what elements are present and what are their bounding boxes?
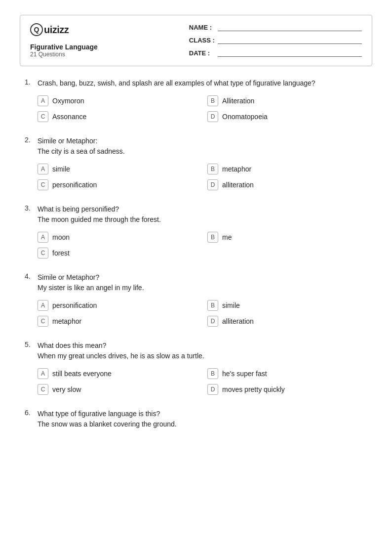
name-label: NAME : (189, 24, 215, 31)
question-1-number: 1. (25, 78, 34, 86)
option-letter-a: A (38, 232, 48, 243)
question-2: 2.Simile or Metaphor:The city is a sea o… (25, 136, 367, 190)
option-letter-c: C (38, 384, 48, 395)
question-2-number: 2. (25, 136, 34, 144)
question-4-header: 4.Simile or Metaphor?My sister is like a… (25, 272, 367, 293)
option-text-2-d: alliteration (222, 181, 254, 189)
question-5-options: Astill beats everyoneBhe's super fastCve… (38, 368, 367, 395)
option-text-4-d: alliteration (222, 317, 254, 325)
question-6: 6.What type of figurative language is th… (25, 409, 367, 429)
logo: Q uizizz (30, 23, 174, 36)
question-1: 1.Crash, bang, buzz, swish, and splash a… (25, 78, 367, 122)
quiz-subtitle: 21 Questions (30, 51, 174, 58)
question-2-header: 2.Simile or Metaphor:The city is a sea o… (25, 136, 367, 157)
page: Q uizizz Figurative Language 21 Question… (0, 0, 392, 555)
option-text-5-c: very slow (52, 385, 81, 393)
option-text-4-c: metaphor (52, 317, 81, 325)
question-4: 4.Simile or Metaphor?My sister is like a… (25, 272, 367, 327)
option-text-2-a: simile (52, 165, 70, 173)
question-1-option-c[interactable]: CAssonance (38, 111, 197, 122)
question-3-number: 3. (25, 204, 34, 212)
date-label: DATE : (189, 49, 215, 57)
option-text-5-d: moves pretty quickly (222, 385, 285, 393)
question-6-header: 6.What type of figurative language is th… (25, 409, 367, 429)
name-row: NAME : (189, 23, 362, 31)
option-letter-a: A (38, 300, 48, 311)
question-4-option-a[interactable]: Apersonification (38, 300, 197, 311)
question-5-option-c[interactable]: Cvery slow (38, 384, 197, 395)
header-fields: NAME : CLASS : DATE : (189, 23, 362, 57)
option-text-2-c: personification (52, 181, 97, 189)
question-6-number: 6. (25, 409, 34, 417)
option-letter-b: B (207, 368, 218, 379)
question-1-option-b[interactable]: BAlliteration (207, 95, 367, 106)
option-text-5-b: he's super fast (222, 370, 267, 378)
header-box: Q uizizz Figurative Language 21 Question… (20, 15, 372, 66)
question-5-option-d[interactable]: Dmoves pretty quickly (207, 384, 367, 395)
question-2-option-c[interactable]: Cpersonification (38, 179, 197, 190)
option-letter-b: B (207, 164, 218, 174)
question-2-text: Simile or Metaphor:The city is a sea of … (38, 136, 125, 157)
option-text-2-b: metaphor (222, 165, 251, 173)
option-letter-d: D (207, 179, 218, 190)
question-4-option-b[interactable]: Bsimile (207, 300, 367, 311)
question-2-option-b[interactable]: Bmetaphor (207, 164, 367, 174)
option-text-4-b: simile (222, 301, 240, 309)
option-text-1-a: Oxymoron (52, 97, 84, 105)
date-row: DATE : (189, 49, 362, 57)
question-2-option-a[interactable]: Asimile (38, 164, 197, 174)
class-line (218, 36, 362, 44)
option-text-3-a: moon (52, 233, 70, 241)
question-3-option-c[interactable]: Cforest (38, 248, 197, 258)
question-1-options: AOxymoronBAlliterationCAssonanceDOnomato… (38, 95, 367, 122)
question-3-option-b[interactable]: Bme (207, 232, 367, 243)
option-letter-c: C (38, 111, 48, 122)
option-text-5-a: still beats everyone (52, 370, 112, 378)
logo-q-icon: Q (30, 23, 43, 36)
option-letter-b: B (207, 95, 218, 106)
logo-text: uizizz (44, 24, 69, 36)
quiz-title: Figurative Language (30, 43, 174, 51)
option-letter-a: A (38, 95, 48, 106)
question-1-header: 1.Crash, bang, buzz, swish, and splash a… (25, 78, 367, 88)
question-3-option-a[interactable]: Amoon (38, 232, 197, 243)
option-letter-d: D (207, 316, 218, 327)
option-text-1-c: Assonance (52, 113, 86, 121)
option-letter-b: B (207, 232, 218, 243)
date-line (218, 49, 362, 57)
class-row: CLASS : (189, 36, 362, 44)
option-letter-a: A (38, 368, 48, 379)
option-letter-c: C (38, 316, 48, 327)
option-letter-c: C (38, 248, 48, 258)
question-1-option-a[interactable]: AOxymoron (38, 95, 197, 106)
option-letter-d: D (207, 111, 218, 122)
name-line (218, 23, 362, 31)
question-4-options: ApersonificationBsimileCmetaphorDalliter… (38, 300, 367, 327)
question-5-text: What does this mean?When my great uncles… (38, 341, 204, 361)
question-4-number: 4. (25, 272, 34, 280)
question-1-text: Crash, bang, buzz, swish, and splash are… (38, 78, 315, 88)
option-text-3-b: me (222, 233, 232, 241)
question-4-option-c[interactable]: Cmetaphor (38, 316, 197, 327)
question-3-options: AmoonBmeCforest (38, 232, 367, 258)
question-5-option-b[interactable]: Bhe's super fast (207, 368, 367, 379)
header-left: Q uizizz Figurative Language 21 Question… (30, 23, 174, 58)
question-4-text: Simile or Metaphor?My sister is like an … (38, 272, 144, 293)
class-label: CLASS : (189, 37, 215, 44)
option-letter-b: B (207, 300, 218, 311)
question-2-option-d[interactable]: Dalliteration (207, 179, 367, 190)
option-letter-d: D (207, 384, 218, 395)
option-text-1-b: Alliteration (222, 97, 254, 105)
question-6-text: What type of figurative language is this… (38, 409, 177, 429)
questions-area: 1.Crash, bang, buzz, swish, and splash a… (20, 78, 372, 429)
question-5: 5.What does this mean?When my great uncl… (25, 341, 367, 395)
question-5-number: 5. (25, 341, 34, 348)
question-1-option-d[interactable]: DOnomatopoeia (207, 111, 367, 122)
question-2-options: AsimileBmetaphorCpersonificationDalliter… (38, 164, 367, 190)
question-5-option-a[interactable]: Astill beats everyone (38, 368, 197, 379)
question-3-text: What is being personified?The moon guide… (38, 204, 161, 225)
question-4-option-d[interactable]: Dalliteration (207, 316, 367, 327)
option-letter-a: A (38, 164, 48, 174)
option-text-1-d: Onomatopoeia (222, 113, 268, 121)
option-letter-c: C (38, 179, 48, 190)
